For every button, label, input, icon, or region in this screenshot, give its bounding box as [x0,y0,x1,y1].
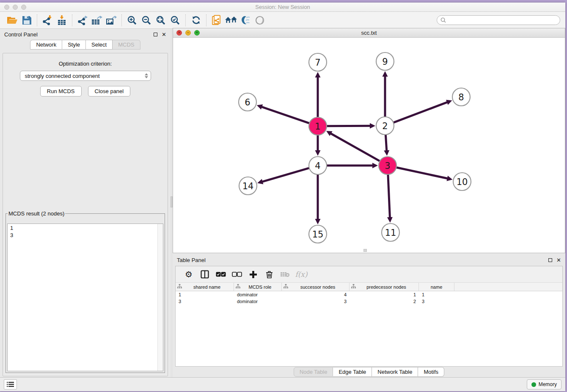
show-hide-details-eye-icon[interactable] [253,14,267,27]
tab-mcds[interactable]: MCDS [113,40,140,50]
memory-button[interactable]: Memory [527,379,561,389]
import-table-icon[interactable] [55,14,69,27]
export-network-icon[interactable] [75,14,90,27]
graph-edge-1-7[interactable] [315,72,321,117]
table-settings-gear-icon[interactable]: ⚙ [181,268,197,281]
column-header-name[interactable]: name [419,283,454,291]
export-image-icon[interactable] [104,14,118,27]
float-table-panel-icon[interactable] [548,258,552,262]
canvas-scroll-grip[interactable] [363,249,367,252]
graph-edge-4-14[interactable] [257,168,309,184]
graph-edge-2-9[interactable] [383,71,388,117]
table-row[interactable]: 1dominator411 [176,291,562,298]
graph-edge-3-1[interactable] [326,131,380,161]
graph-edge-1-6[interactable] [257,105,309,124]
tab-network[interactable]: Network [30,40,62,50]
table-tab-edge-table[interactable]: Edge Table [333,367,372,377]
column-header-shared-name[interactable]: shared name [176,283,234,291]
column-type-icon [351,284,356,290]
close-panel-button[interactable]: Close panel [88,86,131,97]
svg-text:9: 9 [382,57,388,67]
graph-node-6[interactable]: 6 [239,93,256,111]
svg-text:15: 15 [312,229,324,240]
criterion-select[interactable]: strongly connected component [20,71,151,81]
network-canvas[interactable]: 7968124314101511 [173,38,565,252]
table-cell[interactable]: dominator [234,298,282,305]
graph-node-15[interactable]: 15 [309,225,327,243]
table-cell[interactable]: dominator [234,291,282,298]
search-input[interactable] [446,17,556,23]
table-tab-node-table[interactable]: Node Table [294,367,333,377]
graph-edge-2-8[interactable] [394,100,452,123]
table-cell[interactable]: 4 [282,291,350,298]
mcds-result-area: 1 3 [7,224,163,371]
import-network-icon[interactable] [40,14,55,27]
refresh-layout-icon[interactable] [189,14,203,27]
graph-node-11[interactable]: 11 [382,224,399,241]
graph-node-10[interactable]: 10 [453,173,471,190]
graph-edge-2-3[interactable] [384,135,389,156]
column-header-predecessor-nodes[interactable]: predecessor nodes [350,283,419,291]
select-all-checks-icon[interactable] [213,268,229,281]
task-history-button[interactable] [4,379,17,389]
home-overview-icon[interactable] [224,14,238,27]
graph-node-3[interactable]: 3 [379,157,396,174]
optimization-criterion-label: Optimization criterion: [3,61,168,67]
network-document-icon[interactable] [209,14,224,27]
zoom-in-icon[interactable] [125,14,139,27]
control-panel: Control Panel ✕ NetworkStyleSelectMCDS O… [0,29,171,380]
main-toolbar [0,12,565,29]
save-session-icon[interactable] [19,14,34,27]
column-header-successor-nodes[interactable]: successor nodes [282,283,350,291]
column-layout-icon[interactable] [197,268,213,281]
graph-edge-1-2[interactable] [327,123,375,129]
svg-text:8: 8 [458,92,464,102]
open-file-icon[interactable] [5,14,19,27]
delete-column-trash-icon[interactable] [261,268,277,281]
graph-node-1[interactable]: 1 [309,117,327,135]
deselect-all-checks-icon[interactable] [229,268,245,281]
zoom-out-icon[interactable] [139,14,154,27]
table-panel: Table Panel ✕ ⚙ [173,254,565,378]
graph-edge-4-15[interactable] [315,174,321,224]
graph-edge-4-3[interactable] [327,163,378,168]
graph-node-2[interactable]: 2 [376,117,394,135]
export-table-icon[interactable] [90,14,104,27]
column-type-icon [177,284,182,290]
table-tab-network-table[interactable]: Network Table [372,367,418,377]
table-cell[interactable]: 1 [176,291,234,298]
float-panel-icon[interactable] [154,33,157,36]
tab-style[interactable]: Style [62,40,86,50]
graph-node-8[interactable]: 8 [452,88,470,106]
graph-edge-3-10[interactable] [396,167,453,181]
graph-node-14[interactable]: 14 [239,177,257,195]
graph-node-4[interactable]: 4 [309,157,327,174]
column-header-MCDS-role[interactable]: MCDS role [234,283,282,291]
close-table-panel-icon[interactable]: ✕ [556,257,561,263]
table-cell[interactable]: 2 [350,298,419,305]
result-scrollbar[interactable] [157,224,163,371]
table-cell[interactable]: 1 [350,291,419,298]
table-cell[interactable]: 3 [282,298,350,305]
svg-text:11: 11 [385,228,396,238]
zoom-fit-icon[interactable] [154,14,168,27]
table-cell[interactable]: 3 [419,298,454,305]
graph-edge-1-4[interactable] [315,135,321,156]
search-field[interactable] [437,15,560,25]
svg-text:4: 4 [315,161,320,171]
details-brush-icon[interactable] [238,14,253,27]
close-panel-icon[interactable]: ✕ [162,32,166,37]
network-window-titlebar[interactable]: ✕ − + scc.txt [173,28,565,38]
table-cell[interactable]: 3 [176,298,234,305]
table-row[interactable]: 3dominator323 [176,298,562,305]
graph-edge-3-11[interactable] [387,174,393,223]
table-tab-motifs[interactable]: Motifs [418,367,444,377]
zoom-selected-icon[interactable] [168,14,182,27]
tab-select[interactable]: Select [86,40,113,50]
table-cell[interactable]: 1 [419,291,454,298]
run-mcds-button[interactable]: Run MCDS [40,86,82,97]
graph-node-7[interactable]: 7 [309,53,327,71]
add-column-plus-icon[interactable] [245,268,261,281]
graph-node-9[interactable]: 9 [376,52,394,70]
column-type-icon [284,284,288,290]
